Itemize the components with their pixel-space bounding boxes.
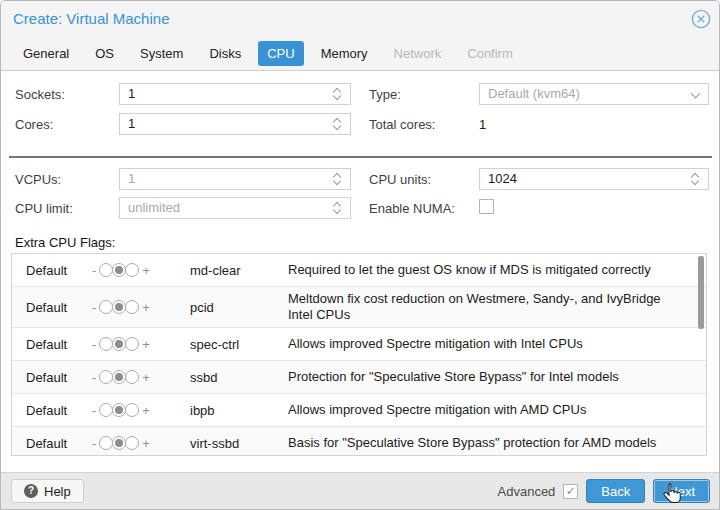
total-cores-label: Total cores: (369, 117, 435, 132)
advanced-checkbox[interactable]: ✓ (563, 484, 578, 499)
spinner-arrows-icon (332, 169, 344, 189)
minus-label: - (92, 337, 96, 352)
enable-numa-label: Enable NUMA: (369, 201, 455, 216)
toggle-default-option[interactable] (112, 370, 126, 384)
flag-state-label: Default (12, 436, 92, 451)
toggle-default-option[interactable] (112, 300, 126, 314)
flag-name: virt-ssbd (180, 436, 288, 451)
advanced-label: Advanced (498, 484, 556, 499)
flag-state-label: Default (12, 403, 92, 418)
plus-label: + (142, 403, 150, 418)
flag-description: Meltdown fix cost reduction on Westmere,… (288, 291, 706, 323)
cores-label: Cores: (15, 117, 53, 132)
spinner-arrows-icon[interactable] (690, 169, 702, 189)
flag-name: spec-ctrl (180, 337, 288, 352)
flag-tristate-toggle[interactable]: -+ (92, 403, 180, 418)
flag-tristate-toggle[interactable]: -+ (92, 370, 180, 385)
toggle-off-option[interactable] (99, 337, 113, 351)
cpu-limit-label: CPU limit: (15, 201, 73, 216)
flag-tristate-toggle[interactable]: -+ (92, 436, 180, 451)
minus-label: - (92, 300, 96, 315)
plus-label: + (142, 263, 150, 278)
tab-system[interactable]: System (131, 41, 192, 66)
flag-state-label: Default (12, 263, 92, 278)
plus-label: + (142, 300, 150, 315)
flag-name: md-clear (180, 263, 288, 278)
spinner-arrows-icon[interactable] (332, 84, 344, 104)
vcpus-label: VCPUs: (15, 172, 61, 187)
flag-name: ibpb (180, 403, 288, 418)
cpu-units-label: CPU units: (369, 172, 431, 187)
dialog-header: Create: Virtual Machine GeneralOSSystemD… (1, 1, 719, 71)
flag-name: ssbd (180, 370, 288, 385)
tab-network: Network (385, 41, 451, 66)
tab-bar: GeneralOSSystemDisksCPUMemoryNetworkConf… (14, 37, 522, 70)
flag-state-label: Default (12, 370, 92, 385)
help-button-label: Help (44, 484, 71, 499)
section-divider (9, 156, 712, 158)
cpu-flag-row: Default-+ssbdProtection for "Speculative… (12, 361, 706, 394)
cpu-limit-spinner: unlimited (119, 197, 351, 219)
tab-general[interactable]: General (14, 41, 78, 66)
toggle-on-option[interactable] (125, 436, 139, 450)
close-icon[interactable] (691, 9, 711, 29)
spinner-arrows-icon[interactable] (332, 114, 344, 134)
toggle-on-option[interactable] (125, 370, 139, 384)
help-button[interactable]: ? Help (11, 479, 84, 503)
tab-disks[interactable]: Disks (200, 41, 250, 66)
toggle-default-option[interactable] (112, 263, 126, 277)
cores-spinner[interactable]: 1 (119, 113, 351, 135)
flag-name: pcid (180, 300, 288, 315)
flag-tristate-toggle[interactable]: -+ (92, 337, 180, 352)
toggle-default-option[interactable] (112, 436, 126, 450)
cpu-flags-rows: Default-+md-clearRequired to let the gue… (12, 254, 706, 456)
type-dropdown: Default (kvm64) (479, 83, 709, 105)
flag-state-label: Default (12, 300, 92, 315)
toggle-on-option[interactable] (125, 403, 139, 417)
flag-tristate-toggle[interactable]: -+ (92, 263, 180, 278)
flag-description: Basis for "Speculative Store Bypass" pro… (288, 435, 706, 451)
cpu-flags-table: Default-+md-clearRequired to let the gue… (11, 253, 707, 456)
flag-description: Required to let the guest OS know if MDS… (288, 262, 706, 278)
sockets-label: Sockets: (15, 87, 65, 102)
extra-cpu-flags-label: Extra CPU Flags: (15, 235, 115, 250)
toggle-on-option[interactable] (125, 263, 139, 277)
vertical-scrollbar[interactable] (698, 256, 704, 329)
cpu-units-spinner[interactable]: 1024 (479, 168, 709, 190)
tab-os[interactable]: OS (86, 41, 123, 66)
cpu-flag-row: Default-+pcidMeltdown fix cost reduction… (12, 287, 706, 328)
toggle-off-option[interactable] (99, 263, 113, 277)
footer-toolbar: ? Help Advanced ✓ Back Next (1, 472, 719, 509)
toggle-on-option[interactable] (125, 337, 139, 351)
toggle-default-option[interactable] (112, 403, 126, 417)
type-label: Type: (369, 87, 401, 102)
help-icon: ? (24, 484, 38, 498)
total-cores-value: 1 (479, 117, 486, 132)
flag-tristate-toggle[interactable]: -+ (92, 300, 180, 315)
cpu-flag-row: Default-+md-clearRequired to let the gue… (12, 254, 706, 287)
toggle-off-option[interactable] (99, 436, 113, 450)
sockets-spinner[interactable]: 1 (119, 83, 351, 105)
flag-description: Protection for "Speculative Store Bypass… (288, 369, 706, 385)
enable-numa-checkbox[interactable] (479, 199, 494, 214)
plus-label: + (142, 337, 150, 352)
minus-label: - (92, 436, 96, 451)
check-icon: ✓ (566, 484, 576, 498)
spinner-arrows-icon (332, 198, 344, 218)
toggle-off-option[interactable] (99, 403, 113, 417)
cpu-flag-row: Default-+ibpbAllows improved Spectre mit… (12, 394, 706, 427)
flag-state-label: Default (12, 337, 92, 352)
tab-confirm: Confirm (458, 41, 522, 66)
flag-description: Allows improved Spectre mitigation with … (288, 402, 706, 418)
create-vm-dialog: Create: Virtual Machine GeneralOSSystemD… (0, 0, 720, 510)
toggle-on-option[interactable] (125, 300, 139, 314)
toggle-default-option[interactable] (112, 337, 126, 351)
toggle-off-option[interactable] (99, 370, 113, 384)
minus-label: - (92, 370, 96, 385)
toggle-off-option[interactable] (99, 300, 113, 314)
tab-cpu[interactable]: CPU (258, 41, 303, 66)
tab-memory[interactable]: Memory (312, 41, 377, 66)
cpu-flag-row: Default-+virt-ssbdBasis for "Speculative… (12, 427, 706, 456)
back-button[interactable]: Back (586, 479, 645, 503)
next-button[interactable]: Next (653, 479, 710, 503)
